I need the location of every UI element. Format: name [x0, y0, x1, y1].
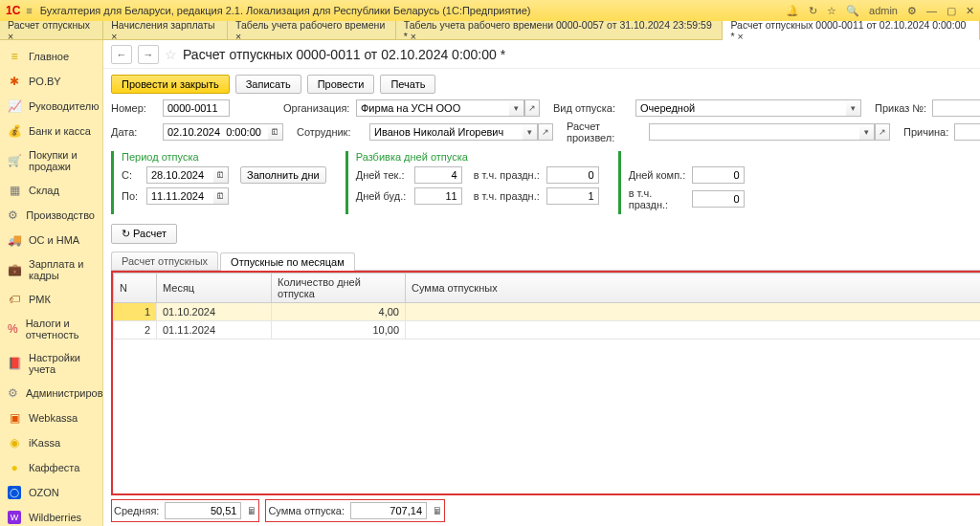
col-days[interactable]: Количество дней отпуска	[272, 274, 406, 303]
dropdown-icon[interactable]: ▾	[846, 99, 861, 117]
post-close-button[interactable]: Провести и закрыть	[111, 75, 230, 94]
close-icon[interactable]: ✕	[966, 5, 974, 17]
sidebar-item-rmk[interactable]: 🏷РМК	[0, 287, 102, 312]
sidebar-item-tax[interactable]: %Налоги и отчетность	[0, 312, 102, 346]
sidebar: ≡Главное ✱PO.BY 📈Руководителю 💰Банк и ка…	[0, 40, 103, 526]
col-n[interactable]: N	[114, 274, 157, 303]
calculate-button[interactable]: ↻ Расчет	[111, 224, 177, 244]
calendar-icon[interactable]: 🗓	[213, 166, 229, 184]
sidebar-item-poby[interactable]: ✱PO.BY	[0, 69, 102, 94]
chart-icon: 📈	[8, 99, 21, 113]
hol-comp-input[interactable]	[692, 190, 745, 208]
sidebar-item-assets[interactable]: 🚚ОС и НМА	[0, 228, 102, 252]
sidebar-item-ikassa[interactable]: ◉iKassa	[0, 430, 102, 455]
bell-icon[interactable]: 🔔	[786, 5, 799, 17]
star-icon[interactable]: ☆	[827, 5, 836, 17]
days-cur-input[interactable]	[414, 166, 462, 184]
days-comp-input[interactable]	[692, 166, 745, 184]
open-icon[interactable]: ↗	[875, 123, 890, 141]
tab-2[interactable]: Табель учета рабочего времени ×	[228, 21, 396, 39]
col-sum[interactable]: Сумма отпускных	[406, 274, 981, 303]
subtab-calc[interactable]: Расчет отпускных	[111, 252, 218, 270]
sidebar-item-bank[interactable]: 💰Банк и касса	[0, 119, 102, 143]
table-row[interactable]: 1 01.10.2024 4,00 202,04	[114, 303, 981, 321]
calculator-icon[interactable]: 🖩	[433, 506, 442, 516]
save-button[interactable]: Записать	[235, 75, 301, 94]
history-icon[interactable]: ↻	[809, 5, 817, 17]
calc-input[interactable]	[649, 123, 859, 141]
period-title: Период отпуска	[122, 151, 326, 163]
maximize-icon[interactable]: ▢	[947, 5, 956, 17]
period-group: Период отпуска С: 🗓 Заполнить дни По: 🗓	[111, 151, 334, 214]
sidebar-item-stock[interactable]: ▦Склад	[0, 178, 102, 203]
home-icon: ≡	[8, 50, 21, 63]
print-button[interactable]: Печать	[380, 75, 435, 94]
tab-4[interactable]: Расчет отпускных 0000-0011 от 02.10.2024…	[723, 21, 980, 40]
open-icon[interactable]: ↗	[538, 123, 553, 141]
sum-input[interactable]	[350, 502, 427, 519]
book-icon: 📕	[8, 357, 21, 370]
hol-next-input[interactable]	[546, 187, 599, 205]
kind-input[interactable]	[635, 99, 846, 117]
hol-cur-input[interactable]	[546, 166, 599, 184]
post-button[interactable]: Провести	[307, 75, 375, 94]
org-input[interactable]	[356, 99, 509, 117]
days-comp-label: Дней комп.:	[629, 169, 686, 181]
ikassa-icon: ◉	[8, 436, 21, 449]
wildberries-icon: W	[8, 511, 21, 524]
order-input[interactable]	[932, 99, 980, 117]
calculator-icon[interactable]: 🖩	[247, 506, 256, 516]
from-input[interactable]	[146, 166, 213, 184]
number-input[interactable]	[163, 99, 230, 117]
search-icon[interactable]: 🔍	[846, 5, 859, 17]
settings-icon[interactable]: ⚙	[907, 5, 917, 17]
dropdown-icon[interactable]: ▾	[859, 123, 875, 141]
date-input[interactable]	[163, 123, 268, 141]
sidebar-item-prod[interactable]: ⚙Производство	[0, 203, 102, 228]
minimize-icon[interactable]: —	[926, 5, 937, 16]
sidebar-item-admin[interactable]: ⚙Администрирование	[0, 381, 102, 405]
date-label: Дата:	[111, 126, 157, 138]
table-row[interactable]: 2 01.11.2024 10,00 505,10	[114, 321, 981, 340]
cart-icon: 🛒	[8, 154, 21, 167]
dropdown-icon[interactable]: ▾	[523, 123, 538, 141]
page-header: ← → ☆ Расчет отпускных 0000-0011 от 02.1…	[103, 40, 980, 69]
dropdown-icon[interactable]: ▾	[509, 99, 524, 117]
sidebar-item-settings[interactable]: 📕Настройки учета	[0, 346, 102, 381]
forward-button[interactable]: →	[138, 45, 159, 64]
sidebar-item-kaffesta[interactable]: ●Каффеста	[0, 455, 102, 480]
poby-icon: ✱	[8, 75, 21, 88]
breakdown-title: Разбивка дней отпуска	[356, 151, 599, 163]
app-logo: 1C	[6, 4, 20, 17]
kaffesta-icon: ●	[8, 461, 21, 474]
emp-input[interactable]	[369, 123, 523, 141]
tag-icon: 🏷	[8, 293, 21, 306]
reason-input[interactable]	[954, 123, 980, 141]
fill-days-button[interactable]: Заполнить дни	[240, 166, 326, 184]
menu-icon[interactable]: ≡	[26, 5, 32, 16]
to-input[interactable]	[146, 187, 213, 205]
favorite-icon[interactable]: ☆	[165, 47, 177, 62]
col-month[interactable]: Месяц	[157, 274, 272, 303]
sum-label: Сумма отпуска:	[268, 505, 345, 516]
sidebar-item-wb[interactable]: WWildberries	[0, 505, 102, 526]
sidebar-item-webkassa[interactable]: ▣Webkassa	[0, 405, 102, 430]
days-next-input[interactable]	[414, 187, 462, 205]
calendar-icon[interactable]: 🗓	[268, 123, 283, 141]
sidebar-item-main[interactable]: ≡Главное	[0, 44, 102, 69]
tab-1[interactable]: Начисления зарплаты ×	[103, 21, 228, 39]
calendar-icon[interactable]: 🗓	[213, 187, 229, 205]
sidebar-item-manager[interactable]: 📈Руководителю	[0, 94, 102, 119]
tab-0[interactable]: Расчет отпускных ×	[0, 21, 103, 39]
sidebar-item-sales[interactable]: 🛒Покупки и продажи	[0, 143, 102, 178]
emp-label: Сотрудник:	[297, 126, 364, 138]
tab-3[interactable]: Табель учета рабочего времени 0000-0057 …	[396, 21, 724, 39]
sidebar-item-ozon[interactable]: ◯OZON	[0, 480, 102, 505]
avg-input[interactable]	[165, 502, 241, 519]
open-icon[interactable]: ↗	[524, 99, 540, 117]
subtab-months[interactable]: Отпускные по месяцам	[220, 252, 355, 271]
reason-label: Причина:	[903, 126, 948, 138]
back-button[interactable]: ←	[111, 45, 132, 64]
user-label[interactable]: admin	[869, 5, 898, 16]
sidebar-item-salary[interactable]: 💼Зарплата и кадры	[0, 252, 102, 287]
